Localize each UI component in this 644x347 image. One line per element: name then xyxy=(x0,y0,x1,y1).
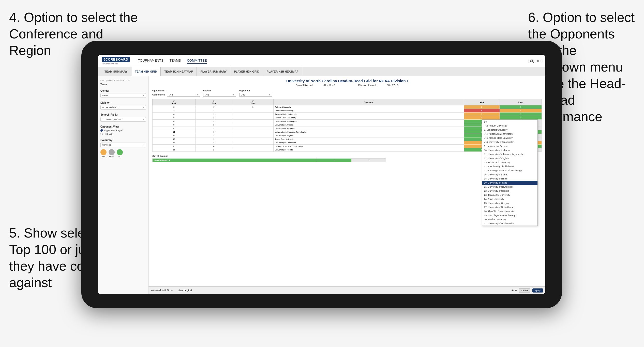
sidebar-division-label: Division xyxy=(100,101,146,104)
subnav-player-summary[interactable]: PLAYER SUMMARY xyxy=(197,67,230,76)
cell-opponent: University of Washington xyxy=(274,120,464,123)
cell-conf xyxy=(232,137,274,141)
dropdown-item-29[interactable]: 29. San Diego State University xyxy=(482,213,537,217)
out-div-loss: 0 xyxy=(351,159,386,162)
cell-conf: 1 xyxy=(232,105,274,109)
dropdown-item-4[interactable]: 4. Arizona State University xyxy=(482,132,537,136)
radio-top100[interactable]: Top 100 xyxy=(100,133,146,135)
dropdown-item-28[interactable]: 28. The Ohio State University xyxy=(482,209,537,213)
filter-region-group: Region (All) xyxy=(203,89,236,97)
cell-opponent: University of Oklahoma xyxy=(274,141,464,145)
nav-sign-out[interactable]: | Sign out xyxy=(529,59,541,63)
out-division-row: NCAA Division II 1 0 xyxy=(153,159,386,162)
col-loss: Loss xyxy=(500,99,542,105)
nav-committee[interactable]: COMMITTEE xyxy=(187,58,207,64)
table-row: 4 1 Arizona State University 5 1 xyxy=(153,113,542,116)
sidebar-division-select[interactable]: NCAA Division I xyxy=(100,105,146,110)
dropdown-item-14[interactable]: 14. University of Oklahoma xyxy=(482,164,537,169)
subnav-team-h2h-heatmap[interactable]: TEAM H2H HEATMAP xyxy=(161,67,197,76)
cell-reg: 1 xyxy=(196,113,232,116)
cell-reg: 6 xyxy=(196,130,232,134)
filter-opponent-select[interactable]: (All) xyxy=(239,93,272,97)
subnav-team-h2h-grid[interactable]: TEAM H2H GRID xyxy=(131,67,161,76)
cell-rank: 12 xyxy=(153,134,196,137)
dropdown-item-21[interactable]: 21. University of New Mexico xyxy=(482,185,537,189)
col-conf: #Conf xyxy=(232,99,274,105)
cell-opponent: Arizona State University xyxy=(274,113,464,116)
filter-region-label: Region xyxy=(203,89,236,92)
cell-reg: 2 xyxy=(196,148,232,152)
colour-select[interactable]: Win/loss xyxy=(100,143,146,147)
filter-conference-select[interactable]: (All) xyxy=(167,93,200,97)
dropdown-item-13[interactable]: 13. Texas Tech University xyxy=(482,160,537,164)
colour-dot-level xyxy=(109,149,115,155)
dropdown-item-15[interactable]: 15. Georgia Institute of Technology xyxy=(482,169,537,173)
dropdown-item-20[interactable]: 20. University of Texas xyxy=(482,181,537,185)
cell-reg: 3 xyxy=(196,123,232,127)
cell-win: 4 xyxy=(464,116,500,120)
sidebar-team-section: Team xyxy=(100,83,146,86)
dropdown-item-18[interactable]: 18. University of Illinois xyxy=(482,177,537,181)
radio-opponents-played[interactable]: Opponents Played xyxy=(100,129,146,132)
cell-conf xyxy=(232,130,274,134)
dropdown-item-31[interactable]: 31. University of North Florida xyxy=(482,221,537,226)
dropdown-item-24[interactable]: 24. Duke University xyxy=(482,197,537,201)
cell-reg: 4 xyxy=(196,145,232,148)
sidebar-division-section: Division NCAA Division I xyxy=(100,101,146,110)
cell-rank: 14 xyxy=(153,141,196,145)
dropdown-item-3[interactable]: 3. Vanderbilt University xyxy=(482,128,537,132)
cell-conf xyxy=(232,134,274,137)
dropdown-item-16[interactable]: 16. University of Florida xyxy=(482,173,537,177)
nav-links: TOURNAMENTS TEAMS COMMITTEE xyxy=(138,58,207,64)
out-of-division-table: NCAA Division II 1 0 xyxy=(152,158,386,162)
colour-label-up: Up xyxy=(117,155,123,158)
dropdown-item-all[interactable]: (All) xyxy=(482,120,537,124)
filters-row: Opponents: Conference (All) Region (All)… xyxy=(152,89,542,97)
dropdown-item-9[interactable]: 9. University of Arizona xyxy=(482,144,537,148)
dropdown-item-22[interactable]: 22. University of Georgia xyxy=(482,189,537,193)
cell-opponent: Texas Tech University xyxy=(274,137,464,141)
cell-win: 2 xyxy=(464,105,500,109)
dropdown-item-12[interactable]: 12. University of Virginia xyxy=(482,156,537,160)
dropdown-item-8[interactable]: 8. University of Washington xyxy=(482,140,537,144)
table-row: 6 2 Florida State University 4 2 xyxy=(153,116,542,120)
dropdown-item-30[interactable]: 30. Purdue University xyxy=(482,217,537,221)
cell-rank: 15 xyxy=(153,145,196,148)
cell-rank: 13 xyxy=(153,137,196,141)
filter-region-select[interactable]: (All) xyxy=(203,93,236,97)
dropdown-item-10[interactable]: 10. University of Alabama xyxy=(482,148,537,152)
sidebar-school-select[interactable]: 1. University of Nort... xyxy=(100,117,146,122)
cell-rank: 2 xyxy=(153,105,196,109)
cell-conf xyxy=(232,113,274,116)
eye-icon: 👁 W xyxy=(512,289,517,292)
content-area: Last Updated: 4/7/2024 16:55:38 Team Gen… xyxy=(98,76,545,294)
table-row: 2 1 1 Auburn University 2 1 xyxy=(153,105,542,109)
view-label: View: Original xyxy=(178,289,192,292)
nav-tournaments[interactable]: TOURNAMENTS xyxy=(138,58,163,64)
dropdown-item-27[interactable]: 27. University of Notre Dame xyxy=(482,205,537,209)
colour-label-level: Level xyxy=(109,155,115,158)
dropdown-item-23[interactable]: 23. Texas A&M University xyxy=(482,193,537,197)
cell-reg: 2 xyxy=(196,141,232,145)
subnav-player-h2h-grid[interactable]: PLAYER H2H GRID xyxy=(230,67,263,76)
cancel-button[interactable]: Cancel xyxy=(519,288,530,293)
sidebar-gender-select[interactable]: Men's xyxy=(100,93,146,98)
subnav-team-summary[interactable]: TEAM SUMMARY xyxy=(101,67,131,76)
dropdown-item-2[interactable]: 2. Auburn University xyxy=(482,124,537,128)
apply-button[interactable]: Apply xyxy=(532,288,543,293)
radio-top100-label: Top 100 xyxy=(104,133,112,135)
dropdown-item-25[interactable]: 25. University of Oregon xyxy=(482,201,537,205)
bottom-toolbar: ⟵ ⟶ ↺ ✂ ⧉ ⊟ + ○ View: Original 👁 W Cance… xyxy=(149,286,545,294)
cell-reg: 1 xyxy=(196,105,232,109)
cell-win: 0 xyxy=(464,109,500,113)
subnav-player-h2h-heatmap[interactable]: PLAYER H2H HEATMAP xyxy=(263,67,302,76)
cell-rank: 3 xyxy=(153,109,196,113)
col-opponent: Opponent xyxy=(274,99,464,105)
radio-top100-dot xyxy=(100,133,103,135)
dropdown-item-11[interactable]: 11. University of Arkansas, Fayetteville xyxy=(482,152,537,156)
opponent-dropdown-panel[interactable]: (All) 2. Auburn University 3. Vanderbilt… xyxy=(482,119,538,226)
dropdown-item-6[interactable]: 6. Florida State University xyxy=(482,136,537,140)
cell-conf xyxy=(232,141,274,145)
nav-teams[interactable]: TEAMS xyxy=(170,58,181,64)
overall-record-label: Overall Record: xyxy=(296,84,313,87)
